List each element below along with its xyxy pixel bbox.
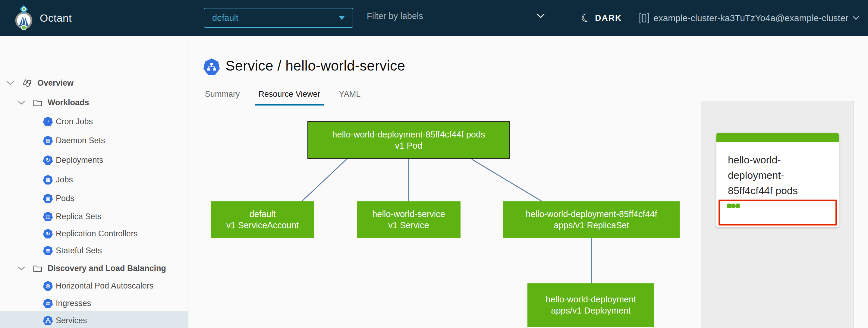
cluster-name: example-cluster-ka3TuTzYo4a@example-clus… (653, 13, 848, 23)
theme-toggle-label: DARK (595, 13, 622, 23)
sidebar-item-ingresses[interactable]: ⇄ Ingresses (0, 295, 188, 312)
graph-node-replicaset[interactable]: hello-world-deployment-85ff4cf44f apps/v… (503, 201, 680, 238)
octant-app: Octant default Filter by labels ☾ DARK e… (0, 0, 868, 328)
replication-controllers-icon: ↻ (43, 229, 53, 238)
theme-toggle[interactable]: ☾ DARK (581, 0, 622, 36)
tab-yaml[interactable]: YAML (336, 90, 364, 106)
cluster-icon (639, 12, 649, 24)
app-title: Octant (40, 12, 72, 24)
sidebar-item-cron-jobs[interactable]: ◔ Cron Jobs (0, 113, 188, 130)
sidebar: Overview Workloads ◔ Cron Jobs ▤ Daemon … (0, 36, 188, 328)
chevron-down-icon (537, 13, 545, 19)
pod-status-dots[interactable] (727, 204, 741, 210)
folder-icon (33, 265, 42, 272)
objects-icon (22, 78, 32, 88)
card-title: hello-world-deployment-85ff4cf44f pods (716, 142, 839, 198)
graph-node-deployment[interactable]: hello-world-deployment apps/v1 Deploymen… (527, 284, 654, 327)
stateful-sets-icon: ≣ (43, 246, 53, 255)
tab-resource-viewer[interactable]: Resource Viewer (255, 90, 324, 106)
graph-node-pod[interactable]: hello-world-deployment-85ff4cf44f pods v… (307, 121, 510, 159)
sidebar-item-horizontal-pod-autoscalers[interactable]: ◎ Horizontal Pod Autoscalers (0, 277, 188, 294)
label-filter-input[interactable]: Filter by labels (366, 9, 546, 25)
hpa-icon: ◎ (43, 281, 53, 291)
sidebar-item-jobs[interactable]: ▦ Jobs (0, 171, 188, 188)
services-icon (43, 316, 53, 325)
pods-icon: ▣ (43, 193, 53, 203)
sidebar-item-overview[interactable]: Overview (0, 74, 188, 91)
sidebar-item-services[interactable]: Services (0, 311, 188, 328)
app-header: Octant default Filter by labels ☾ DARK e… (0, 0, 868, 36)
sidebar-item-replication-controllers[interactable]: ↻ Replication Controllers (0, 225, 188, 242)
moon-icon: ☾ (580, 12, 592, 25)
graph-node-serviceaccount[interactable]: default v1 ServiceAccount (211, 201, 314, 238)
sidebar-item-replica-sets[interactable]: ◫ Replica Sets (0, 208, 188, 225)
graph-edge (301, 159, 347, 202)
cron-jobs-icon: ◔ (43, 117, 53, 126)
folder-icon (33, 99, 42, 107)
ingresses-icon: ⇄ (43, 298, 53, 308)
pod-status-card[interactable]: hello-world-deployment-85ff4cf44f pods (716, 133, 839, 227)
sidebar-item-daemon-sets[interactable]: ▤ Daemon Sets (0, 132, 188, 149)
chevron-down-icon[interactable] (18, 100, 25, 105)
detail-panel: hello-world-deployment-85ff4cf44f pods (701, 101, 854, 328)
pod-dots-highlight (718, 200, 837, 226)
sidebar-item-deployments[interactable]: ↻ Deployments (0, 152, 188, 169)
dropdown-arrow-icon (339, 16, 345, 20)
sidebar-item-pods[interactable]: ▣ Pods (0, 190, 188, 207)
app-logo[interactable]: Octant (14, 0, 72, 36)
cluster-selector[interactable]: example-cluster-ka3TuTzYo4a@example-clus… (639, 0, 859, 36)
graph-edge (472, 159, 542, 202)
namespace-selector[interactable]: default (204, 8, 353, 28)
page-title: Service / hello-world-service (225, 57, 405, 74)
jobs-icon: ▦ (43, 175, 53, 184)
sidebar-group-workloads[interactable]: Workloads (0, 94, 188, 111)
label-filter-placeholder: Filter by labels (367, 11, 423, 21)
chevron-down-icon (852, 16, 859, 20)
daemon-sets-icon: ▤ (43, 136, 53, 145)
replica-sets-icon: ◫ (43, 212, 53, 221)
service-icon (204, 58, 220, 75)
namespace-value: default (212, 13, 239, 23)
chevron-down-icon[interactable] (18, 266, 25, 271)
resource-tabs: Summary Resource Viewer YAML (201, 90, 364, 106)
graph-node-service[interactable]: hello-world-service v1 Service (357, 201, 461, 238)
status-dot (731, 204, 736, 208)
sidebar-group-discovery-and-load-balancing[interactable]: Discovery and Load Balancing (0, 260, 188, 277)
tab-summary[interactable]: Summary (201, 90, 244, 106)
deployments-icon: ↻ (43, 155, 53, 165)
sidebar-item-stateful-sets[interactable]: ≣ Stateful Sets (0, 242, 188, 259)
status-dot (735, 204, 740, 208)
octant-logo-icon (14, 4, 33, 32)
chevron-down-icon[interactable] (6, 81, 14, 85)
card-status-bar (716, 133, 839, 142)
